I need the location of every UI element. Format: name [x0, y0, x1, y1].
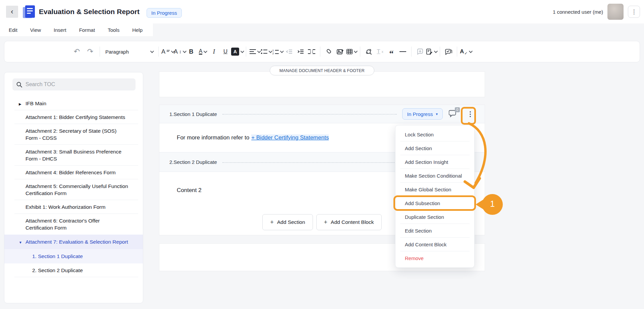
- align-button[interactable]: [249, 45, 260, 58]
- svg-text:2: 2: [272, 52, 274, 54]
- toolbar-divider: [440, 47, 440, 57]
- menu-tools[interactable]: Tools: [108, 27, 119, 33]
- bullet-list-button[interactable]: [260, 45, 272, 58]
- menu-format[interactable]: Format: [79, 27, 95, 33]
- toolbar-divider: [360, 47, 360, 57]
- toc-item-attachment-2[interactable]: Attachment 2: Secretary of State (SOS) F…: [4, 124, 143, 145]
- formatting-toolbar: ↶ ↷ Paragraph A A↕ B A I U A 12 Tx “: [4, 41, 640, 62]
- insert-image-button[interactable]: [334, 45, 346, 58]
- annotation-curved-arrow: [462, 121, 502, 197]
- toc-item-section-1-duplicate[interactable]: 1. Section 1 Duplicate: [4, 249, 143, 263]
- highlight-color-button[interactable]: A: [231, 45, 243, 58]
- italic-button[interactable]: I: [208, 45, 220, 58]
- chevron-down-icon: [150, 49, 154, 53]
- find-replace-button[interactable]: [363, 45, 374, 58]
- toolbar-divider: [320, 47, 320, 57]
- numbered-list-button[interactable]: 12: [272, 45, 283, 58]
- redo-button[interactable]: ↷: [84, 45, 97, 58]
- toolbar-divider: [158, 47, 159, 57]
- manage-header-footer-button[interactable]: MANAGE DOCUMENT HEADER & FOOTER: [270, 66, 374, 75]
- toc-item-ifb-main[interactable]: ▶IFB Main: [4, 97, 143, 110]
- comments-panel-button[interactable]: [443, 45, 454, 58]
- underline-button[interactable]: U: [220, 45, 231, 58]
- toc-item-attachment-6[interactable]: Attachment 6: Contractor's Offer Certifi…: [4, 214, 143, 235]
- page-title: Evaluation & Selection Report: [39, 8, 140, 16]
- paragraph-style-dropdown[interactable]: Paragraph: [103, 45, 156, 58]
- toc-item-attachment-7[interactable]: ▼Attachment 7: Evaluation & Selection Re…: [4, 235, 143, 249]
- toc-search-input[interactable]: [25, 81, 126, 87]
- text-color-button[interactable]: A: [197, 45, 208, 58]
- toolbar-divider: [100, 47, 100, 57]
- plus-icon: +: [270, 219, 274, 226]
- menu-view[interactable]: View: [30, 27, 41, 33]
- bold-button[interactable]: B: [185, 45, 197, 58]
- search-icon: [16, 82, 22, 87]
- add-content-block-button[interactable]: +Add Content Block: [316, 214, 382, 230]
- svg-text:1: 1: [272, 49, 274, 52]
- insert-link-button[interactable]: [323, 45, 334, 58]
- header-kebab-menu-button[interactable]: ⋮: [628, 6, 640, 18]
- toc-search-box[interactable]: [12, 78, 136, 90]
- menu-item-add-content-block[interactable]: Add Content Block: [395, 238, 474, 251]
- section-1-comments-button[interactable]: 0: [449, 110, 457, 119]
- annotation-step-marker: 1: [475, 193, 504, 215]
- chevron-down-icon: [469, 49, 473, 53]
- app-window: ‹ Evaluation & Selection Report In Progr…: [0, 0, 644, 309]
- menu-help[interactable]: Help: [132, 27, 143, 33]
- dotted-leader: [222, 114, 397, 115]
- top-header: ‹ Evaluation & Selection Report In Progr…: [0, 0, 644, 23]
- toc-item-section-2-duplicate[interactable]: 2. Section 2 Duplicate: [4, 263, 143, 277]
- menu-insert[interactable]: Insert: [54, 27, 66, 33]
- expanded-triangle-icon[interactable]: ▼: [19, 239, 22, 246]
- insert-table-button[interactable]: [346, 45, 357, 58]
- menu-item-edit-section[interactable]: Edit Section: [395, 224, 474, 238]
- menu-item-duplicate-section[interactable]: Duplicate Section: [395, 210, 474, 224]
- indent-button[interactable]: [294, 45, 306, 58]
- bidder-certifying-statements-link[interactable]: + Bidder Certifying Statements: [251, 134, 329, 141]
- font-size-button[interactable]: A↕: [174, 45, 185, 58]
- chevron-down-icon: [434, 49, 437, 53]
- menu-edit[interactable]: Edit: [9, 27, 17, 33]
- undo-button[interactable]: ↶: [70, 45, 84, 58]
- notes-edit-button[interactable]: [426, 45, 437, 58]
- add-comment-button[interactable]: [414, 45, 426, 58]
- connected-users-label: 1 connected user (me): [553, 9, 603, 15]
- chevron-down-icon: [204, 49, 207, 53]
- chevron-down-icon: [354, 49, 358, 53]
- toc-item-attachment-5[interactable]: Attachment 5: Commercially Useful Functi…: [4, 179, 143, 200]
- annotation-highlight-add-subsection: [393, 195, 476, 211]
- toolbar-divider: [457, 47, 457, 57]
- chevron-down-icon: [240, 49, 244, 53]
- toc-item-attachment-4[interactable]: Attachment 4: Bidder References Form: [4, 166, 143, 179]
- toc-item-attachment-3[interactable]: Attachment 3: Small Business Preference …: [4, 145, 143, 166]
- horizontal-rule-button[interactable]: [397, 45, 409, 58]
- font-family-button[interactable]: A: [161, 45, 174, 58]
- collapsed-triangle-icon[interactable]: ▶: [19, 101, 21, 108]
- section-2-title: 2.Section 2 Duplicate: [169, 159, 217, 165]
- section-2-content[interactable]: Content 2: [177, 187, 202, 194]
- menu-item-remove[interactable]: Remove: [395, 251, 474, 265]
- document-icon: [23, 5, 36, 19]
- toc-sidebar: ▶IFB Main Attachment 1: Bidder Certifyin…: [4, 72, 143, 303]
- clear-formatting-button[interactable]: Tx: [374, 45, 386, 58]
- outdent-button[interactable]: [283, 45, 294, 58]
- spellcheck-button[interactable]: A✓: [460, 45, 472, 58]
- plus-icon: +: [324, 219, 328, 226]
- back-button[interactable]: ‹: [6, 6, 18, 18]
- comment-count-badge: 0: [455, 107, 460, 112]
- caret-down-icon: ▾: [436, 112, 438, 116]
- blockquote-button[interactable]: “: [386, 45, 397, 58]
- insert-break-button[interactable]: [306, 45, 317, 58]
- section-1-header: 1.Section 1 Duplicate In Progress▾ 0 ⋮: [159, 105, 485, 123]
- toc-item-exhibit-1[interactable]: Exhibit 1: Work Authorization Form: [4, 200, 143, 214]
- toc-item-attachment-1[interactable]: Attachment 1: Bidder Certifying Statemen…: [4, 110, 143, 124]
- document-status-badge: In Progress: [147, 8, 182, 18]
- section-1-status-dropdown[interactable]: In Progress▾: [402, 108, 443, 120]
- menubar: Edit View Insert Format Tools Help: [0, 23, 153, 36]
- content-text: For more information refer to: [177, 134, 249, 141]
- toolbar-divider: [411, 47, 412, 57]
- step-number: 1: [487, 199, 498, 209]
- add-section-button[interactable]: +Add Section: [262, 214, 313, 230]
- user-avatar[interactable]: [607, 4, 624, 20]
- toc-tree: ▶IFB Main Attachment 1: Bidder Certifyin…: [4, 97, 143, 277]
